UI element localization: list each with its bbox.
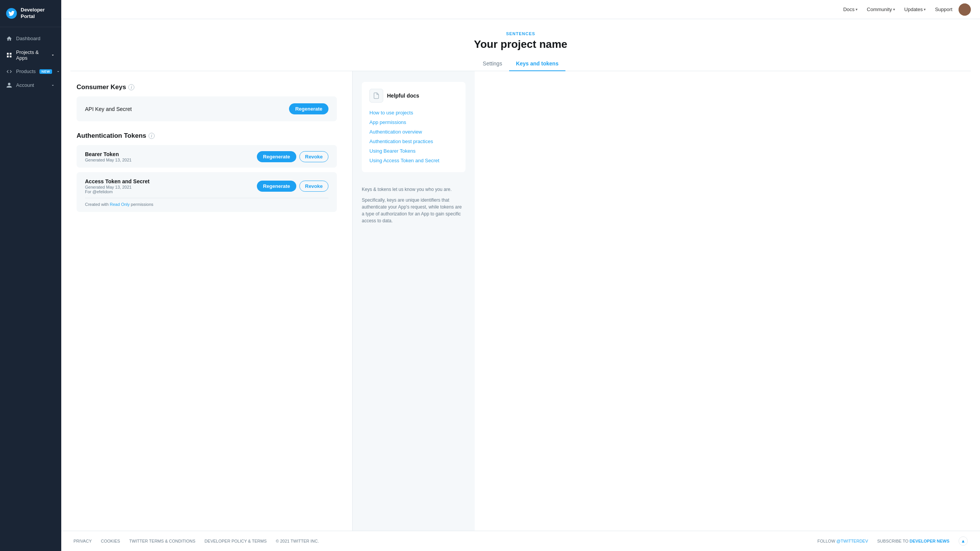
access-token-generated: Generated May 13, 2021 (85, 185, 257, 189)
footer: PRIVACY COOKIES TWITTER TERMS & CONDITIO… (61, 531, 980, 551)
user-icon (6, 82, 12, 88)
chevron-down-icon: ▾ (893, 7, 895, 11)
auth-tokens-title: Authentication Tokens i (77, 132, 337, 140)
bearer-token-generated: Generated May 13, 2021 (85, 158, 257, 162)
auth-tokens-section: Authentication Tokens i Bearer Token Gen… (77, 132, 337, 212)
portal-title: Developer Portal (21, 7, 55, 20)
footer-right: FOLLOW @TWITTERDEV SUBSCRIBE TO DEVELOPE… (817, 536, 968, 546)
helpful-docs-card: Helpful docs How to use projects App per… (362, 82, 466, 172)
sidebar-item-label: Projects & Apps (16, 49, 47, 61)
access-token-actions: Regenerate Revoke (257, 181, 328, 192)
consumer-keys-title: Consumer Keys i (77, 83, 337, 91)
topnav-updates[interactable]: Updates ▾ (901, 4, 929, 15)
tab-keys-and-tokens[interactable]: Keys and tokens (509, 57, 565, 71)
footer-privacy[interactable]: PRIVACY (74, 539, 91, 543)
footer-copyright: © 2021 TWITTER INC. (276, 539, 319, 543)
permissions-prefix: Created with (85, 202, 110, 207)
chevron-down-icon (51, 53, 55, 57)
access-token-revoke-button[interactable]: Revoke (299, 181, 328, 192)
grid-icon (6, 52, 12, 58)
bearer-token-regenerate-button[interactable]: Regenerate (257, 151, 296, 162)
bearer-token-top: Bearer Token Generated May 13, 2021 Rege… (85, 151, 328, 162)
doc-link-how-to-use-projects[interactable]: How to use projects (369, 108, 458, 117)
footer-developer-policy[interactable]: DEVELOPER POLICY & TERMS (204, 539, 266, 543)
permissions-suffix: permissions (130, 202, 154, 207)
info-line2: Specifically, keys are unique identifier… (362, 197, 466, 224)
chevron-down-icon: ▾ (856, 7, 858, 11)
api-key-label: API Key and Secret (85, 106, 132, 112)
helpful-docs-title: Helpful docs (387, 93, 419, 99)
access-token-regenerate-button[interactable]: Regenerate (257, 181, 296, 192)
code-icon (6, 68, 12, 75)
footer-twitter-terms[interactable]: TWITTER TERMS & CONDITIONS (129, 539, 196, 543)
sidebar-item-label: Account (16, 82, 34, 88)
twitter-logo-icon (6, 8, 17, 19)
doc-link-authentication-overview[interactable]: Authentication overview (369, 127, 458, 137)
footer-follow: FOLLOW @TWITTERDEV (817, 539, 868, 543)
tab-settings[interactable]: Settings (476, 57, 509, 71)
topnav-support[interactable]: Support (932, 4, 956, 15)
document-icon (369, 89, 383, 103)
api-key-regenerate-button[interactable]: Regenerate (289, 103, 328, 114)
footer-developer-news-link[interactable]: DEVELOPER NEWS (910, 539, 949, 543)
info-block: Keys & tokens let us know you who you ar… (362, 180, 466, 234)
main-content: Consumer Keys i API Key and Secret Regen… (61, 71, 352, 531)
footer-cookies[interactable]: COOKIES (101, 539, 120, 543)
doc-link-using-bearer-tokens[interactable]: Using Bearer Tokens (369, 146, 458, 156)
consumer-keys-section: Consumer Keys i API Key and Secret Regen… (77, 83, 337, 121)
topnav: Docs ▾ Community ▾ Updates ▾ Support (61, 0, 980, 19)
home-icon (6, 36, 12, 42)
doc-link-authentication-best-practices[interactable]: Authentication best practices (369, 137, 458, 146)
content-area: Consumer Keys i API Key and Secret Regen… (61, 71, 980, 531)
chevron-down-icon (56, 69, 60, 74)
sidebar-item-dashboard[interactable]: Dashboard (0, 32, 61, 46)
sidebar-item-products[interactable]: Products NEW (0, 65, 61, 78)
scroll-up-button[interactable]: ▲ (959, 536, 968, 546)
avatar[interactable] (959, 3, 971, 16)
consumer-keys-info-icon[interactable]: i (128, 84, 134, 90)
main-area: Docs ▾ Community ▾ Updates ▾ Support SEN… (61, 0, 980, 551)
bearer-token-info: Bearer Token Generated May 13, 2021 (85, 151, 257, 162)
topnav-community[interactable]: Community ▾ (864, 4, 898, 15)
access-token-top: Access Token and Secret Generated May 13… (85, 178, 328, 194)
bearer-token-actions: Regenerate Revoke (257, 151, 328, 162)
sidebar-logo[interactable]: Developer Portal (0, 0, 61, 27)
breadcrumb: SENTENCES (70, 31, 971, 36)
doc-link-using-access-token[interactable]: Using Access Token and Secret (369, 156, 458, 165)
page-header: SENTENCES Your project name Settings Key… (61, 19, 980, 71)
sidebar-item-projects-apps[interactable]: Projects & Apps (0, 46, 61, 65)
chevron-down-icon (51, 83, 55, 88)
api-key-card: API Key and Secret Regenerate (77, 96, 337, 121)
new-badge: NEW (39, 69, 52, 74)
access-token-for: For @efelidom (85, 189, 257, 194)
page-tabs: Settings Keys and tokens (70, 57, 971, 71)
page-title: Your project name (70, 38, 971, 51)
bearer-token-card: Bearer Token Generated May 13, 2021 Rege… (77, 145, 337, 168)
sidebar-item-account[interactable]: Account (0, 78, 61, 92)
access-token-info: Access Token and Secret Generated May 13… (85, 178, 257, 194)
api-key-actions: Regenerate (289, 103, 328, 114)
permissions-link[interactable]: Read Only (110, 202, 130, 207)
bearer-token-revoke-button[interactable]: Revoke (299, 151, 328, 162)
sidebar-item-label: Products (16, 68, 36, 74)
access-token-footer: Created with Read Only permissions (85, 198, 328, 207)
chevron-down-icon: ▾ (924, 7, 926, 11)
right-sidebar: Helpful docs How to use projects App per… (352, 71, 475, 531)
sidebar-navigation: Dashboard Projects & Apps Products NEW A… (0, 27, 61, 551)
footer-twitter-dev-link[interactable]: @TWITTERDEV (836, 539, 868, 543)
sidebar-item-label: Dashboard (16, 36, 41, 41)
access-token-label: Access Token and Secret (85, 178, 257, 184)
access-token-card: Access Token and Secret Generated May 13… (77, 172, 337, 212)
doc-link-app-permissions[interactable]: App permissions (369, 117, 458, 127)
bearer-token-label: Bearer Token (85, 151, 257, 157)
footer-subscribe: SUBSCRIBE TO DEVELOPER NEWS (877, 539, 949, 543)
helpful-docs-header: Helpful docs (369, 89, 458, 103)
topnav-docs[interactable]: Docs ▾ (840, 4, 861, 15)
info-line1: Keys & tokens let us know you who you ar… (362, 186, 466, 193)
sidebar: Developer Portal Dashboard Projects & Ap… (0, 0, 61, 551)
auth-tokens-info-icon[interactable]: i (149, 133, 155, 139)
